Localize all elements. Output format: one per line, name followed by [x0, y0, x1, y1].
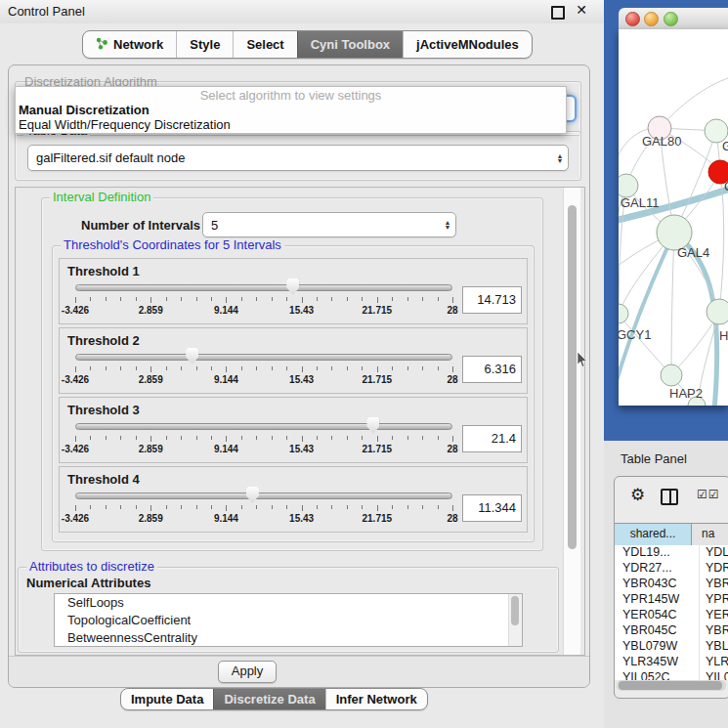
attribute-list-item[interactable]: BetweennessCentrality	[55, 629, 522, 647]
close-icon[interactable]: ✕	[576, 2, 587, 18]
tab-impute-data[interactable]: Impute Data	[121, 689, 213, 709]
network-edge[interactable]	[671, 233, 674, 375]
slider-tick	[181, 436, 182, 440]
list-scrollbar-thumb[interactable]	[511, 596, 519, 625]
tab-style[interactable]: Style	[176, 31, 233, 58]
threshold-value-field[interactable]: 11.344	[462, 494, 522, 522]
slider-tick-label: 28	[447, 305, 457, 316]
zoom-traffic-light-icon[interactable]	[664, 12, 678, 26]
slider-tick	[452, 436, 453, 442]
threshold-slider[interactable]: -3.4262.8599.14415.4321.71528	[75, 348, 452, 391]
table-hscrollbar[interactable]	[617, 680, 726, 691]
slider-thumb[interactable]	[366, 417, 379, 434]
slider-tick-label: 21.715	[363, 513, 393, 524]
slider-track[interactable]	[75, 423, 452, 430]
float-window-icon[interactable]	[551, 6, 565, 20]
slider-tick-label: 28	[447, 444, 457, 454]
number-of-intervals-combobox[interactable]: 5 ▲▼	[202, 212, 456, 237]
tab-jactivemnodules[interactable]: jActiveMNodules	[403, 31, 532, 58]
network-node[interactable]	[619, 304, 628, 323]
table-row[interactable]: YIL052CYIL0	[615, 670, 728, 680]
close-traffic-light-icon[interactable]	[625, 12, 640, 26]
threshold-2-panel: Threshold 2 -3.4262.8599.14415.4321.7152…	[59, 327, 528, 394]
slider-tick	[150, 505, 151, 511]
tab-select[interactable]: Select	[233, 31, 296, 58]
table-row[interactable]: YBL079WYBL0	[615, 639, 728, 655]
attribute-list-item[interactable]: TopologicalCoefficient	[55, 612, 522, 629]
slider-track[interactable]	[75, 284, 452, 291]
slider-tick	[196, 505, 197, 509]
gear-icon[interactable]: ⚙	[630, 485, 645, 505]
threshold-value-field[interactable]: 14.713	[462, 286, 522, 314]
control-panel-titlebar: Control Panel ✕	[0, 0, 604, 23]
checkbox-icons[interactable]: ☑☑	[697, 488, 720, 501]
table-row[interactable]: YER054CYER0	[615, 608, 728, 623]
network-view-window: GAL80GACGAL11GAL4GCY1HHAP2	[604, 0, 728, 441]
network-canvas[interactable]: GAL80GACGAL11GAL4GCY1HHAP2	[619, 29, 728, 406]
cell-name: YBL0	[700, 639, 728, 655]
slider-tick	[272, 436, 273, 440]
table-data-group: Table Data galFiltered.sif default node …	[15, 131, 581, 181]
attribute-list-item[interactable]: SelfLoops	[55, 594, 522, 612]
dropdown-option-manual[interactable]: Manual Discretization	[16, 103, 566, 117]
table-hscrollbar-thumb[interactable]	[619, 681, 722, 690]
slider-tick-label: 15.43	[289, 305, 314, 316]
column-header-name[interactable]: na	[692, 524, 728, 545]
cell-name: YER0	[700, 608, 728, 623]
table-row[interactable]: YBR045CYBR0	[615, 623, 728, 639]
slider-tick	[452, 366, 453, 372]
tab-discretize-data[interactable]: Discretize Data	[213, 689, 324, 709]
slider-tick	[75, 297, 76, 303]
threshold-slider[interactable]: -3.4262.8599.14415.4321.71528	[75, 417, 452, 460]
slider-track[interactable]	[75, 492, 452, 499]
slider-tick	[166, 505, 167, 509]
slider-tick	[377, 436, 378, 442]
table-row[interactable]: YDR27...YDR2	[615, 561, 728, 577]
list-scrollbar[interactable]	[508, 594, 522, 646]
column-header-shared-name[interactable]: shared...	[615, 524, 692, 545]
threshold-slider[interactable]: -3.4262.8599.14415.4321.71528	[75, 487, 452, 530]
column-view-icon[interactable]	[661, 489, 678, 505]
dropdown-option-equal-width[interactable]: Equal Width/Frequency Discretization	[16, 117, 566, 132]
slider-thumb[interactable]	[246, 487, 259, 503]
minimize-traffic-light-icon[interactable]	[644, 12, 659, 26]
panel-scrollbar[interactable]	[563, 188, 580, 655]
slider-tick	[211, 505, 212, 509]
tab-network[interactable]: Network	[83, 31, 176, 58]
slider-tick	[120, 436, 121, 440]
cell-name: YDR2	[700, 561, 728, 577]
threshold-value-field[interactable]: 6.316	[462, 356, 522, 383]
numerical-attributes-label: Numerical Attributes	[26, 576, 150, 590]
table-row[interactable]: YPR145WYPR1	[615, 592, 728, 608]
tab-infer-network[interactable]: Infer Network	[325, 689, 427, 709]
slider-tick	[150, 366, 151, 372]
slider-tick	[317, 436, 318, 440]
network-node[interactable]	[661, 364, 682, 386]
table-row[interactable]: YBR043CYBR0	[615, 577, 728, 592]
network-node-label: GAL80	[642, 134, 681, 149]
slider-tick	[407, 436, 408, 440]
table-row[interactable]: YLR345WYLR3	[615, 655, 728, 670]
slider-tick	[377, 297, 378, 303]
tab-cyni-toolbox[interactable]: Cyni Toolbox	[297, 31, 403, 58]
threshold-label: Threshold 1	[60, 259, 527, 278]
slider-tick	[226, 505, 227, 511]
network-window-titlebar[interactable]	[619, 8, 728, 30]
threshold-value-field[interactable]: 21.4	[462, 425, 522, 452]
slider-track[interactable]	[75, 354, 452, 361]
threshold-label: Threshold 3	[60, 398, 527, 417]
table-panel: Table Panel ⚙ ☑☑ shared... na YDL19...YD…	[604, 441, 728, 728]
threshold-slider[interactable]: -3.4262.8599.14415.4321.71528	[75, 278, 452, 321]
network-node[interactable]	[707, 299, 728, 324]
slider-tick	[302, 505, 303, 511]
panel-scrollbar-thumb[interactable]	[568, 205, 577, 549]
table-data-combobox[interactable]: galFiltered.sif default node ▲▼	[27, 145, 569, 171]
slider-thumb[interactable]	[186, 348, 198, 364]
slider-thumb[interactable]	[286, 278, 299, 295]
network-node[interactable]	[619, 174, 638, 197]
slider-tick	[75, 366, 76, 372]
slider-tick	[377, 366, 378, 372]
table-row[interactable]: YDL19...YDL1	[615, 545, 728, 561]
apply-button[interactable]: Apply	[218, 661, 277, 683]
slider-tick	[452, 505, 453, 511]
